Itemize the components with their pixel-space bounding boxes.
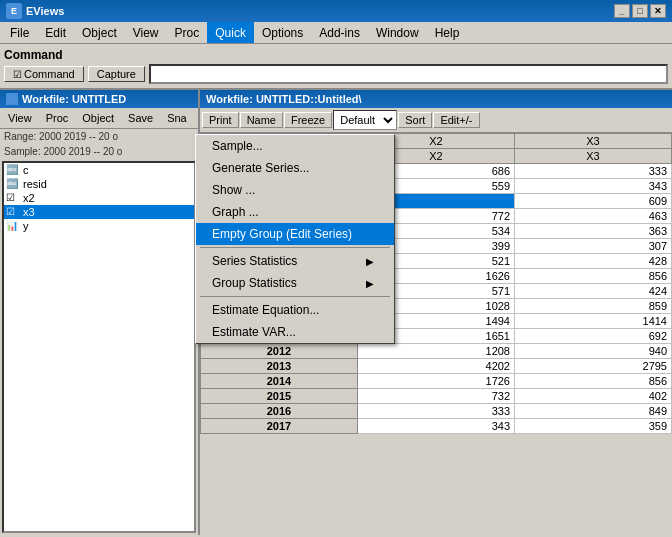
data-panel-title: Workfile: UNTITLED::Untitled\: [200, 90, 672, 108]
workfile-sna-btn[interactable]: Sna: [161, 110, 193, 126]
print-btn[interactable]: Print: [202, 112, 239, 128]
x2-cell-2012[interactable]: 1208: [358, 344, 515, 359]
list-item-resid[interactable]: 🔤 resid: [4, 177, 194, 191]
group-icon-y: 📊: [6, 220, 20, 232]
workfile-panel: Workfile: UNTITLED View Proc Object Save…: [0, 90, 200, 535]
year-cell-2014: 2014: [201, 374, 358, 389]
app-icon: E: [6, 3, 22, 19]
x3-cell-2007[interactable]: 856: [515, 269, 672, 284]
menu-item-estimate-equation[interactable]: Estimate Equation...: [196, 299, 394, 321]
title-bar: E EViews _ □ ✕: [0, 0, 672, 22]
year-cell-2017: 2017: [201, 419, 358, 434]
x3-cell-2010[interactable]: 1414: [515, 314, 672, 329]
workfile-save-btn[interactable]: Save: [122, 110, 159, 126]
x3-cell-2012[interactable]: 940: [515, 344, 672, 359]
maximize-btn[interactable]: □: [632, 4, 648, 18]
x3-cell-2016[interactable]: 849: [515, 404, 672, 419]
workfile-icon: [6, 93, 18, 105]
year-cell-2016: 2016: [201, 404, 358, 419]
quick-menu: Sample... Generate Series... Show ... Gr…: [195, 134, 395, 344]
menu-file[interactable]: File: [2, 22, 37, 43]
menu-item-estimate-var[interactable]: Estimate VAR...: [196, 321, 394, 343]
submenu-arrow-series: ▶: [366, 256, 374, 267]
name-btn[interactable]: Name: [240, 112, 283, 128]
x2-cell-2016[interactable]: 333: [358, 404, 515, 419]
col-header-x3: X3: [515, 134, 672, 149]
x2-cell-2014[interactable]: 1726: [358, 374, 515, 389]
x3-cell-2001[interactable]: 343: [515, 179, 672, 194]
alpha-icon-resid: 🔤: [6, 178, 20, 190]
menu-quick[interactable]: Quick: [207, 22, 254, 43]
command-input-row: ☑ Command Capture: [4, 64, 668, 84]
menu-help[interactable]: Help: [427, 22, 468, 43]
menu-item-sample[interactable]: Sample...: [196, 135, 394, 157]
x3-cell-2002[interactable]: 609: [515, 194, 672, 209]
minimize-btn[interactable]: _: [614, 4, 630, 18]
menu-item-graph[interactable]: Graph ...: [196, 201, 394, 223]
sort-btn[interactable]: Sort: [398, 112, 432, 128]
year-cell-2013: 2013: [201, 359, 358, 374]
workfile-toolbar: View Proc Object Save Sna: [0, 108, 198, 129]
list-item-x3[interactable]: ☑ x3: [4, 205, 194, 219]
command-label: Command: [4, 48, 668, 62]
workfile-panel-title: Workfile: UNTITLED: [0, 90, 198, 108]
edit-btn[interactable]: Edit+/-: [433, 112, 479, 128]
check-icon: ☑: [13, 69, 22, 80]
year-cell-2015: 2015: [201, 389, 358, 404]
x3-cell-2004[interactable]: 363: [515, 224, 672, 239]
menu-bar: File Edit Object View Proc Quick Options…: [0, 22, 672, 44]
data-toolbar: Print Name Freeze Default None Custom So…: [200, 108, 672, 133]
workfile-object-btn[interactable]: Object: [76, 110, 120, 126]
menu-addins[interactable]: Add-ins: [311, 22, 368, 43]
x3-cell-2000[interactable]: 333: [515, 164, 672, 179]
x3-cell-2005[interactable]: 307: [515, 239, 672, 254]
x2-cell-2015[interactable]: 732: [358, 389, 515, 404]
menu-item-series-statistics[interactable]: Series Statistics ▶: [196, 250, 394, 272]
menu-item-show[interactable]: Show ...: [196, 179, 394, 201]
year-cell-2012: 2012: [201, 344, 358, 359]
x3-cell-2017[interactable]: 359: [515, 419, 672, 434]
command-input[interactable]: [149, 64, 668, 84]
x3-cell-2003[interactable]: 463: [515, 209, 672, 224]
alpha-icon-c: 🔤: [6, 164, 20, 176]
workfile-view-btn[interactable]: View: [2, 110, 38, 126]
menu-window[interactable]: Window: [368, 22, 427, 43]
col-subheader-x3: X3: [515, 149, 672, 164]
workfile-sample: Sample: 2000 2019 -- 20 o: [0, 144, 198, 159]
x2-cell-2013[interactable]: 4202: [358, 359, 515, 374]
x3-cell-2009[interactable]: 859: [515, 299, 672, 314]
command-area: Command ☑ Command Capture: [0, 44, 672, 90]
submenu-arrow-group: ▶: [366, 278, 374, 289]
x3-cell-2013[interactable]: 2795: [515, 359, 672, 374]
menu-item-empty-group[interactable]: Empty Group (Edit Series): [196, 223, 394, 245]
menu-item-generate-series[interactable]: Generate Series...: [196, 157, 394, 179]
x3-cell-2011[interactable]: 692: [515, 329, 672, 344]
list-item-c[interactable]: 🔤 c: [4, 163, 194, 177]
x2-cell-2017[interactable]: 343: [358, 419, 515, 434]
menu-separator-2: [200, 296, 390, 297]
menu-proc[interactable]: Proc: [167, 22, 208, 43]
series-icon-x3: ☑: [6, 206, 20, 218]
x3-cell-2006[interactable]: 428: [515, 254, 672, 269]
menu-view[interactable]: View: [125, 22, 167, 43]
list-item-y[interactable]: 📊 y: [4, 219, 194, 233]
capture-button[interactable]: Capture: [88, 66, 145, 82]
menu-object[interactable]: Object: [74, 22, 125, 43]
close-btn[interactable]: ✕: [650, 4, 666, 18]
main-content: Workfile: UNTITLED View Proc Object Save…: [0, 90, 672, 535]
app-title: EViews: [26, 5, 64, 17]
freeze-btn[interactable]: Freeze: [284, 112, 332, 128]
workfile-proc-btn[interactable]: Proc: [40, 110, 75, 126]
menu-item-group-statistics[interactable]: Group Statistics ▶: [196, 272, 394, 294]
workfile-range: Range: 2000 2019 -- 20 o: [0, 129, 198, 144]
menu-edit[interactable]: Edit: [37, 22, 74, 43]
default-select[interactable]: Default None Custom: [333, 110, 397, 130]
menu-options[interactable]: Options: [254, 22, 311, 43]
list-item-x2[interactable]: ☑ x2: [4, 191, 194, 205]
x3-cell-2008[interactable]: 424: [515, 284, 672, 299]
series-icon-x2: ☑: [6, 192, 20, 204]
command-button[interactable]: ☑ Command: [4, 66, 84, 82]
menu-separator-1: [200, 247, 390, 248]
x3-cell-2014[interactable]: 856: [515, 374, 672, 389]
x3-cell-2015[interactable]: 402: [515, 389, 672, 404]
